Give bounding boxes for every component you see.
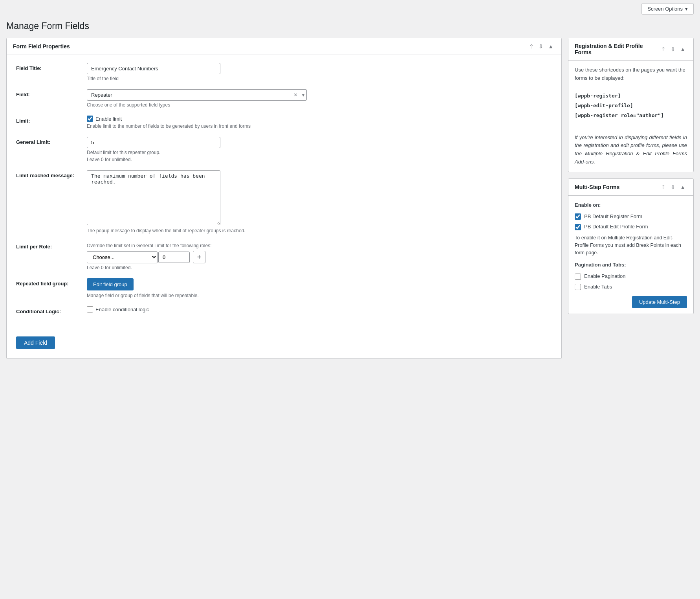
conditional-logic-field: Enable conditional logic — [87, 306, 552, 314]
screen-options-button[interactable]: Screen Options ▾ — [641, 3, 694, 15]
reg-edit-body: Use these shortcodes on the pages you wa… — [568, 61, 693, 172]
limit-checkbox-row: Enable limit — [87, 116, 552, 122]
enable-tabs-checkbox[interactable] — [575, 284, 581, 290]
reg-edit-header: Registration & Edit Profile Forms ⇧ ⇩ ▲ — [568, 38, 693, 61]
field-select[interactable]: Repeater — [87, 89, 307, 101]
limit-per-role-label: Limit per Role: — [16, 241, 87, 250]
limit-checkbox-label: Enable limit — [95, 116, 122, 122]
limit-per-role-row: Limit per Role: Override the limit set i… — [16, 241, 552, 270]
left-panel-controls: ⇧ ⇩ ▲ — [528, 43, 555, 50]
limit-message-field: The maximum number of fields has been re… — [87, 170, 552, 233]
multi-step-card: Multi-Step Forms ⇧ ⇩ ▲ Enable on: PB Def… — [568, 178, 694, 314]
left-panel-down-btn[interactable]: ⇩ — [537, 43, 545, 50]
general-limit-field: Default limit for this repeater group. L… — [87, 137, 552, 162]
field-title-field: Title of the field — [87, 63, 552, 81]
field-title-input[interactable] — [87, 63, 220, 74]
enable-tabs-label: Enable Tabs — [584, 283, 612, 291]
left-panel-body: Field Title: Title of the field Field: R… — [7, 55, 561, 330]
limit-message-textarea[interactable]: The maximum number of fields has been re… — [87, 170, 220, 225]
field-select-hint: Choose one of the supported field types — [87, 102, 552, 108]
pagination-label: Pagination and Tabs: — [575, 261, 687, 269]
multi-step-title: Multi-Step Forms — [575, 184, 619, 190]
role-number-input[interactable] — [158, 252, 190, 263]
reg-edit-card: Registration & Edit Profile Forms ⇧ ⇩ ▲ … — [568, 38, 694, 172]
repeated-field-group-row: Repeated field group: Edit field group M… — [16, 278, 552, 298]
add-field-row: Add Field — [7, 330, 561, 358]
conditional-logic-row: Conditional Logic: Enable conditional lo… — [16, 306, 552, 314]
general-limit-hint2: Leave 0 for unlimited. — [87, 157, 552, 162]
repeated-field-group-hint: Manage field or group of fields that wil… — [87, 293, 552, 298]
update-multi-step-button[interactable]: Update Multi-Step — [632, 296, 687, 308]
enable-on-label: Enable on: — [575, 201, 687, 209]
conditional-logic-checkbox[interactable] — [87, 306, 93, 312]
add-role-button[interactable]: + — [193, 251, 205, 263]
main-layout: Form Field Properties ⇧ ⇩ ▲ Field Title:… — [0, 38, 700, 365]
top-bar: Screen Options ▾ — [0, 0, 700, 18]
pb-edit-profile-row: PB Default Edit Profile Form — [575, 223, 687, 231]
field-select-clear[interactable]: × — [294, 92, 297, 99]
screen-options-arrow: ▾ — [685, 6, 688, 12]
enable-tabs-row: Enable Tabs — [575, 283, 687, 291]
reg-edit-title: Registration & Edit Profile Forms — [575, 43, 660, 55]
multi-step-collapse-btn[interactable]: ▲ — [678, 184, 687, 191]
limit-label: Limit: — [16, 116, 87, 124]
multi-step-controls: ⇧ ⇩ ▲ — [660, 184, 687, 191]
conditional-logic-checkbox-label: Enable conditional logic — [95, 307, 149, 312]
field-select-field: Repeater × ▾ Choose one of the supported… — [87, 89, 552, 108]
enable-pagination-row: Enable Pagination — [575, 272, 687, 281]
edit-field-group-button[interactable]: Edit field group — [87, 278, 134, 290]
field-title-hint: Title of the field — [87, 76, 552, 81]
field-title-label: Field Title: — [16, 63, 87, 71]
enable-pagination-checkbox[interactable] — [575, 274, 581, 280]
pb-register-label: PB Default Register Form — [584, 213, 642, 221]
limit-per-role-field: Override the limit set in General Limit … — [87, 241, 552, 270]
general-limit-input[interactable] — [87, 137, 220, 148]
shortcode3: [wppb-register role="author"] — [575, 112, 687, 120]
limit-message-label: Limit reached message: — [16, 170, 87, 178]
left-panel: Form Field Properties ⇧ ⇩ ▲ Field Title:… — [6, 38, 562, 359]
reg-edit-collapse-btn[interactable]: ▲ — [678, 46, 687, 53]
general-limit-label: General Limit: — [16, 137, 87, 145]
add-field-button[interactable]: Add Field — [16, 336, 55, 349]
shortcode2: [wppb-edit-profile] — [575, 102, 687, 110]
left-panel-up-btn[interactable]: ⇧ — [528, 43, 535, 50]
conditional-logic-label: Conditional Logic: — [16, 306, 87, 314]
limit-field: Enable limit Enable limit to the number … — [87, 116, 552, 129]
limit-hint: Enable limit to the number of fields to … — [87, 123, 552, 129]
shortcode1: [wppb-register] — [575, 92, 687, 100]
field-label: Field: — [16, 89, 87, 97]
multi-step-down-btn[interactable]: ⇩ — [669, 184, 677, 191]
pb-edit-profile-checkbox[interactable] — [575, 224, 581, 230]
multi-step-header: Multi-Step Forms ⇧ ⇩ ▲ — [568, 179, 693, 196]
page-title: Manage Form Fields — [0, 18, 700, 38]
limit-checkbox[interactable] — [87, 116, 93, 122]
pb-register-row: PB Default Register Form — [575, 213, 687, 221]
role-select[interactable]: Choose... — [87, 251, 158, 263]
field-title-row: Field Title: Title of the field — [16, 63, 552, 81]
limit-row: Limit: Enable limit Enable limit to the … — [16, 116, 552, 129]
enable-pagination-label: Enable Pagination — [584, 272, 626, 281]
screen-options-label: Screen Options — [647, 6, 683, 12]
field-select-wrapper: Repeater × ▾ — [87, 89, 307, 101]
pb-edit-profile-label: PB Default Edit Profile Form — [584, 223, 648, 231]
reg-edit-body1: Use these shortcodes on the pages you wa… — [575, 66, 687, 83]
right-panel: Registration & Edit Profile Forms ⇧ ⇩ ▲ … — [568, 38, 694, 359]
limit-message-row: Limit reached message: The maximum numbe… — [16, 170, 552, 233]
multi-step-body: Enable on: PB Default Register Form PB D… — [568, 196, 693, 314]
conditional-logic-checkbox-row: Enable conditional logic — [87, 306, 552, 312]
field-row: Field: Repeater × ▾ Choose one of the su… — [16, 89, 552, 108]
limit-per-role-hint1: Override the limit set in General Limit … — [87, 243, 552, 248]
reg-edit-up-btn[interactable]: ⇧ — [660, 46, 667, 53]
left-panel-header: Form Field Properties ⇧ ⇩ ▲ — [7, 38, 561, 55]
limit-per-role-hint2: Leave 0 for unlimited. — [87, 265, 552, 270]
reg-edit-down-btn[interactable]: ⇩ — [669, 46, 677, 53]
reg-edit-controls: ⇧ ⇩ ▲ — [660, 46, 687, 53]
repeated-field-group-field: Edit field group Manage field or group o… — [87, 278, 552, 298]
general-limit-row: General Limit: Default limit for this re… — [16, 137, 552, 162]
pb-register-checkbox[interactable] — [575, 213, 581, 220]
reg-edit-body2: If you're interested in displaying diffe… — [575, 134, 687, 166]
multi-step-up-btn[interactable]: ⇧ — [660, 184, 667, 191]
ms-note: To enable it on Multiple Registration an… — [575, 234, 687, 256]
left-panel-collapse-btn[interactable]: ▲ — [546, 43, 555, 50]
general-limit-hint1: Default limit for this repeater group. — [87, 150, 552, 155]
